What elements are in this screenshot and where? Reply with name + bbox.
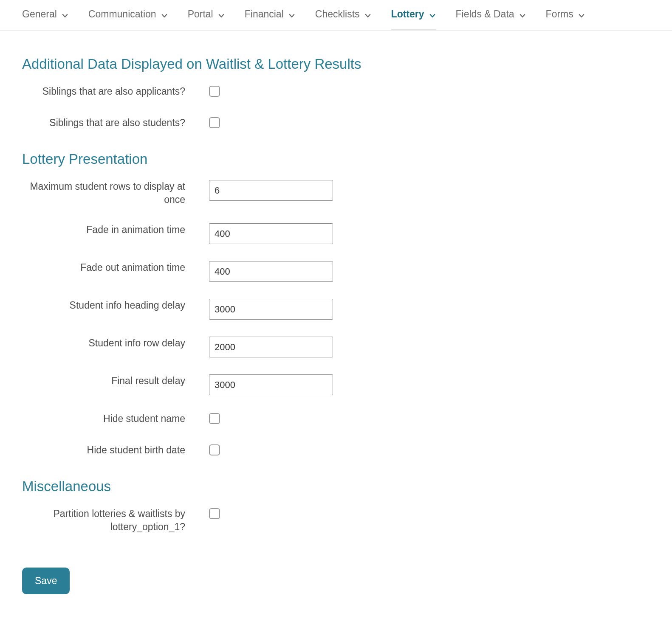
field-label: Siblings that are also applicants? (22, 85, 209, 98)
section-title-additional: Additional Data Displayed on Waitlist & … (22, 56, 650, 72)
tab-label: Financial (245, 8, 284, 20)
field-label: Maximum student rows to display at once (22, 180, 209, 206)
tab-financial[interactable]: Financial (245, 8, 296, 20)
tab-label: Communication (88, 8, 156, 20)
field-row-delay: Student info row delay (22, 337, 650, 357)
partition-checkbox[interactable] (209, 508, 220, 519)
tab-label: Forms (546, 8, 573, 20)
tab-portal[interactable]: Portal (188, 8, 225, 20)
chevron-down-icon (429, 11, 436, 18)
tab-checklists[interactable]: Checklists (315, 8, 372, 20)
tab-label: Lottery (391, 8, 424, 20)
chevron-down-icon (364, 11, 372, 18)
max-rows-input[interactable] (209, 180, 333, 201)
field-label: Final result delay (22, 374, 209, 388)
field-partition: Partition lotteries & waitlists by lotte… (22, 507, 650, 534)
siblings-students-checkbox[interactable] (209, 117, 220, 128)
section-title-presentation: Lottery Presentation (22, 151, 650, 167)
chevron-down-icon (288, 11, 296, 18)
field-label: Fade in animation time (22, 223, 209, 236)
section-title-misc: Miscellaneous (22, 478, 650, 495)
siblings-applicants-checkbox[interactable] (209, 86, 220, 97)
tab-fields-data[interactable]: Fields & Data (456, 8, 526, 20)
field-max-rows: Maximum student rows to display at once (22, 180, 650, 206)
heading-delay-input[interactable] (209, 299, 333, 320)
field-label: Hide student birth date (22, 444, 209, 457)
tab-communication[interactable]: Communication (88, 8, 168, 20)
tab-forms[interactable]: Forms (546, 8, 585, 20)
tab-label: Checklists (315, 8, 360, 20)
tab-lottery[interactable]: Lottery (391, 8, 436, 20)
hide-name-checkbox[interactable] (209, 413, 220, 424)
final-delay-input[interactable] (209, 374, 333, 395)
tab-label: General (22, 8, 57, 20)
field-fade-in: Fade in animation time (22, 223, 650, 244)
hide-birth-checkbox[interactable] (209, 444, 220, 455)
field-fade-out: Fade out animation time (22, 261, 650, 282)
field-label: Student info row delay (22, 337, 209, 350)
row-delay-input[interactable] (209, 337, 333, 357)
field-label: Partition lotteries & waitlists by lotte… (22, 507, 209, 534)
field-siblings-students: Siblings that are also students? (22, 116, 650, 131)
chevron-down-icon (161, 11, 168, 18)
field-label: Student info heading delay (22, 299, 209, 312)
tab-general[interactable]: General (22, 8, 69, 20)
tab-label: Portal (188, 8, 213, 20)
field-final-delay: Final result delay (22, 374, 650, 395)
field-label: Siblings that are also students? (22, 116, 209, 129)
tab-bar: General Communication Portal Financial C… (0, 0, 672, 31)
save-button[interactable]: Save (22, 568, 70, 594)
field-siblings-applicants: Siblings that are also applicants? (22, 85, 650, 99)
field-hide-name: Hide student name (22, 412, 650, 427)
field-hide-birth: Hide student birth date (22, 444, 650, 458)
field-label: Fade out animation time (22, 261, 209, 274)
tab-label: Fields & Data (456, 8, 514, 20)
field-heading-delay: Student info heading delay (22, 299, 650, 320)
chevron-down-icon (578, 11, 585, 18)
content-area: Additional Data Displayed on Waitlist & … (0, 31, 672, 620)
field-label: Hide student name (22, 412, 209, 425)
chevron-down-icon (217, 11, 225, 18)
fade-in-input[interactable] (209, 223, 333, 244)
chevron-down-icon (519, 11, 526, 18)
chevron-down-icon (61, 11, 69, 18)
fade-out-input[interactable] (209, 261, 333, 282)
